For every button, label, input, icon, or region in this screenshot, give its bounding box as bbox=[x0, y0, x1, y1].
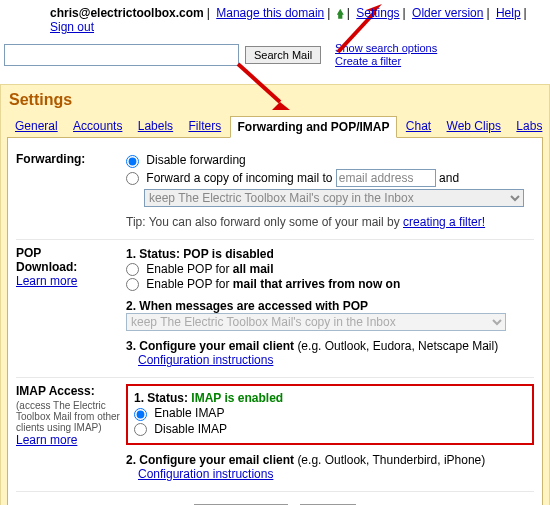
radio-imap-enable[interactable] bbox=[134, 408, 147, 421]
tab-labs[interactable]: Labs bbox=[516, 119, 542, 133]
forward-email-input[interactable] bbox=[336, 169, 436, 187]
imap-label: IMAP Access: bbox=[16, 384, 95, 398]
imap-highlight-box: 1. Status: IMAP is enabled Enable IMAP D… bbox=[126, 384, 534, 445]
manage-domain-link[interactable]: Manage this domain bbox=[216, 6, 324, 20]
section-imap: IMAP Access: (access The Electric Toolbo… bbox=[16, 378, 534, 492]
radio-forward-copy[interactable] bbox=[126, 172, 139, 185]
tab-forwarding-active[interactable]: Forwarding and POP/IMAP bbox=[230, 116, 396, 138]
user-email: chris@electrictoolbox.com bbox=[50, 6, 204, 20]
search-input[interactable] bbox=[4, 44, 239, 66]
top-bar: chris@electrictoolbox.com| Manage this d… bbox=[0, 0, 550, 36]
imap-status-label: 1. Status: bbox=[134, 391, 191, 405]
imap-configure-label: 2. Configure your email client bbox=[126, 453, 297, 467]
tab-chat[interactable]: Chat bbox=[406, 119, 431, 133]
label-disable-forwarding: Disable forwarding bbox=[146, 153, 245, 167]
tip-text: Tip: You can also forward only some of y… bbox=[126, 215, 403, 229]
flask-icon bbox=[337, 9, 344, 19]
pop-learn-more-link[interactable]: Learn more bbox=[16, 274, 77, 288]
pop-configure-suffix: (e.g. Outlook, Eudora, Netscape Mail) bbox=[297, 339, 498, 353]
settings-panel: Settings General Accounts Labels Filters… bbox=[0, 84, 550, 505]
older-version-link[interactable]: Older version bbox=[412, 6, 483, 20]
pop-access-select[interactable]: keep The Electric Toolbox Mail's copy in… bbox=[126, 313, 506, 331]
tab-general[interactable]: General bbox=[15, 119, 58, 133]
pop-access-heading: 2. When messages are accessed with POP bbox=[126, 299, 534, 313]
and-text: and bbox=[439, 171, 459, 185]
pop-label2: Download: bbox=[16, 260, 77, 274]
show-search-options-link[interactable]: Show search options bbox=[335, 42, 437, 54]
label-forward-copy: Forward a copy of incoming mail to bbox=[146, 171, 335, 185]
search-button[interactable]: Search Mail bbox=[245, 46, 321, 64]
tab-filters[interactable]: Filters bbox=[188, 119, 221, 133]
radio-pop-now[interactable] bbox=[126, 278, 139, 291]
settings-link[interactable]: Settings bbox=[356, 6, 399, 20]
help-link[interactable]: Help bbox=[496, 6, 521, 20]
radio-disable-forwarding[interactable] bbox=[126, 155, 139, 168]
search-row: Search Mail Show search options Create a… bbox=[0, 36, 550, 84]
pop-label1: POP bbox=[16, 246, 41, 260]
imap-configure-suffix: (e.g. Outlook, Thunderbird, iPhone) bbox=[297, 453, 485, 467]
forwarding-label: Forwarding: bbox=[16, 152, 85, 166]
pop-configure-label: 3. Configure your email client bbox=[126, 339, 297, 353]
label-imap-enable: Enable IMAP bbox=[154, 406, 224, 420]
tab-webclips[interactable]: Web Clips bbox=[447, 119, 501, 133]
panel-title: Settings bbox=[7, 89, 543, 115]
tab-labels[interactable]: Labels bbox=[138, 119, 173, 133]
section-forwarding: Forwarding: Disable forwarding Forward a… bbox=[16, 146, 534, 239]
tab-accounts[interactable]: Accounts bbox=[73, 119, 122, 133]
tabs-row: General Accounts Labels Filters Forwardi… bbox=[7, 115, 543, 138]
creating-filter-link[interactable]: creating a filter! bbox=[403, 215, 485, 229]
section-pop: POP Download: Learn more 1. Status: POP … bbox=[16, 240, 534, 379]
label-imap-disable: Disable IMAP bbox=[154, 422, 227, 436]
pop-config-instructions-link[interactable]: Configuration instructions bbox=[138, 353, 273, 367]
sign-out-link[interactable]: Sign out bbox=[50, 20, 94, 34]
tab-content: Forwarding: Disable forwarding Forward a… bbox=[7, 138, 543, 505]
pop-status-value: POP is disabled bbox=[183, 247, 273, 261]
imap-config-instructions-link[interactable]: Configuration instructions bbox=[138, 467, 273, 481]
forward-keep-select[interactable]: keep The Electric Toolbox Mail's copy in… bbox=[144, 189, 524, 207]
imap-sublabel: (access The Electric Toolbox Mail from o… bbox=[16, 400, 126, 433]
pop-status-label: 1. Status: bbox=[126, 247, 183, 261]
imap-status-value: IMAP is enabled bbox=[191, 391, 283, 405]
radio-imap-disable[interactable] bbox=[134, 423, 147, 436]
button-row: Save Changes Cancel bbox=[16, 492, 534, 505]
radio-pop-all[interactable] bbox=[126, 263, 139, 276]
imap-learn-more-link[interactable]: Learn more bbox=[16, 433, 77, 447]
create-filter-link[interactable]: Create a filter bbox=[335, 55, 401, 67]
